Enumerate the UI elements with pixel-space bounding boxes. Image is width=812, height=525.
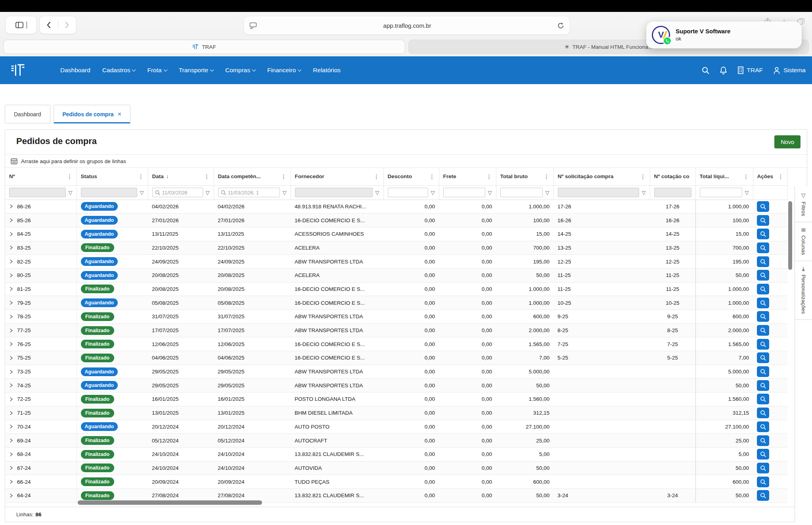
nav-item-transporte[interactable]: Transporte — [179, 67, 213, 74]
filter-input-solicitacao[interactable] — [558, 188, 639, 197]
column-header-data[interactable]: Data↓ ⋮ — [148, 168, 214, 185]
browser-tab-traf[interactable]: TRAF — [3, 40, 405, 54]
search-icon[interactable] — [702, 67, 709, 74]
row-view-button[interactable] — [757, 449, 769, 460]
table-row[interactable]: 69-24Finalizado05/12/202405/12/2024AUTOC… — [5, 434, 787, 448]
table-row[interactable]: 66-24Finalizado20/09/202420/09/2024TUDO … — [5, 475, 787, 489]
row-view-button[interactable] — [757, 421, 769, 432]
column-menu-icon[interactable]: ⋮ — [138, 173, 144, 180]
tab-dashboard[interactable]: Dashboard — [5, 105, 50, 123]
column-menu-icon[interactable]: ⋮ — [429, 173, 435, 180]
table-row[interactable]: 73-25Aguardando29/05/202529/05/2025ABW T… — [5, 365, 787, 379]
filter-input-cotacao[interactable] — [654, 188, 691, 197]
table-row[interactable]: 78-25Finalizado31/07/202531/07/2025ABW T… — [5, 310, 787, 324]
filter-funnel-icon[interactable]: ▽ — [431, 190, 435, 196]
nav-item-dashboard[interactable]: Dashboard — [60, 67, 90, 74]
filter-funnel-icon[interactable]: ▽ — [745, 190, 749, 196]
column-header-status[interactable]: Status ⋮ — [77, 168, 148, 185]
column-header-acoes[interactable]: Ações ⋮ — [753, 168, 787, 185]
row-expand-chevron[interactable] — [9, 411, 13, 415]
column-header-solicitacao[interactable]: Nº solicitação compra ⋮ — [553, 168, 650, 185]
column-menu-icon[interactable]: ⋮ — [694, 173, 695, 180]
row-view-button[interactable] — [757, 201, 769, 212]
row-view-button[interactable] — [757, 435, 769, 446]
nav-item-relatorios[interactable]: Relatórios — [313, 67, 341, 74]
side-tab-personalizacoes[interactable]: ⇥ Personalizações — [795, 261, 812, 320]
filter-funnel-icon[interactable]: ▽ — [140, 190, 144, 196]
bell-icon[interactable] — [720, 66, 727, 75]
column-header-total_liq[interactable]: Total líqui... ⋮ — [695, 168, 753, 185]
column-menu-icon[interactable]: ⋮ — [204, 173, 210, 180]
row-expand-chevron[interactable] — [9, 259, 13, 264]
nav-item-compras[interactable]: Compras — [225, 67, 255, 74]
row-view-button[interactable] — [757, 256, 769, 267]
row-view-button[interactable] — [757, 298, 769, 308]
column-header-data_comp[interactable]: Data competên... ⋮ — [214, 168, 291, 185]
tab-pedidos-de-compra[interactable]: Pedidos de compra × — [54, 105, 131, 123]
column-menu-icon[interactable]: ⋮ — [743, 173, 749, 180]
row-expand-chevron[interactable] — [9, 314, 13, 319]
table-row[interactable]: 86-26Aguardando04/02/202604/02/202648.91… — [5, 200, 787, 213]
row-expand-chevron[interactable] — [9, 397, 13, 402]
row-expand-chevron[interactable] — [9, 342, 13, 346]
row-expand-chevron[interactable] — [9, 424, 13, 429]
back-button[interactable] — [40, 21, 58, 29]
table-row[interactable]: 82-25Aguardando24/09/202524/09/2025ABW T… — [5, 255, 787, 269]
table-row[interactable]: 85-26Aguardando27/01/202627/01/202616-DE… — [5, 213, 787, 227]
filter-funnel-icon[interactable]: ▽ — [488, 190, 492, 196]
column-header-fornecedor[interactable]: Fornecedor ⋮ — [291, 168, 383, 185]
filter-funnel-icon[interactable]: ▽ — [283, 190, 287, 196]
user-menu[interactable]: Sistema — [773, 67, 806, 74]
row-expand-chevron[interactable] — [9, 328, 13, 333]
close-tab-icon[interactable]: × — [118, 111, 121, 118]
row-expand-chevron[interactable] — [9, 383, 13, 388]
row-view-button[interactable] — [757, 339, 769, 350]
row-expand-chevron[interactable] — [9, 493, 13, 498]
column-header-frete[interactable]: Frete ⋮ — [439, 168, 496, 185]
group-by-bar[interactable]: Arraste aqui para definir os grupos de l… — [5, 154, 807, 168]
row-view-button[interactable] — [757, 380, 769, 391]
novo-button[interactable]: Novo — [774, 135, 801, 148]
column-header-desconto[interactable]: Desconto ⋮ — [383, 168, 439, 185]
row-view-button[interactable] — [757, 215, 769, 226]
row-view-button[interactable] — [757, 352, 769, 363]
traf-logo[interactable] — [10, 63, 25, 78]
row-view-button[interactable] — [757, 325, 769, 336]
nav-item-frota[interactable]: Frota — [147, 67, 167, 74]
side-tab-colunas[interactable]: ≣ Colunas — [795, 222, 812, 261]
filter-input-data[interactable]: 11/03/2026 — [152, 188, 203, 197]
table-row[interactable]: 67-24Finalizado24/10/202424/10/2024AUTOV… — [5, 461, 787, 475]
row-view-button[interactable] — [757, 463, 769, 473]
filter-funnel-icon[interactable]: ▽ — [375, 190, 379, 196]
row-view-button[interactable] — [757, 394, 769, 404]
column-menu-icon[interactable]: ⋮ — [640, 173, 646, 180]
refresh-icon[interactable] — [557, 22, 564, 29]
row-expand-chevron[interactable] — [9, 287, 13, 291]
table-row[interactable]: 79-25Aguardando05/08/202505/08/202516-DE… — [5, 296, 787, 310]
filter-funnel-icon[interactable]: ▽ — [69, 190, 73, 196]
filter-input-status[interactable] — [81, 188, 137, 197]
table-row[interactable]: 72-25Finalizado16/01/202516/01/2025POSTO… — [5, 392, 787, 406]
row-expand-chevron[interactable] — [9, 369, 13, 374]
row-expand-chevron[interactable] — [9, 452, 13, 457]
table-row[interactable]: 84-25Aguardando13/11/202513/11/2025ACESS… — [5, 227, 787, 241]
row-view-button[interactable] — [757, 229, 769, 239]
table-row[interactable]: 68-24Finalizado24/10/202424/10/202413.83… — [5, 447, 787, 461]
row-view-button[interactable] — [757, 311, 769, 322]
table-row[interactable]: 76-25Finalizado12/06/202512/06/202516-DE… — [5, 337, 787, 351]
row-expand-chevron[interactable] — [9, 273, 13, 278]
column-header-numero[interactable]: Nº ⋮ — [5, 168, 77, 185]
filter-input-data_comp[interactable]: 11/03/2026, 1 — [218, 188, 280, 197]
column-menu-icon[interactable]: ⋮ — [281, 173, 287, 180]
filter-funnel-icon[interactable]: ▽ — [546, 190, 550, 196]
table-row[interactable]: 75-25Finalizado04/06/202504/06/202516-DE… — [5, 351, 787, 365]
company-switcher[interactable]: TRAF — [737, 66, 763, 74]
row-expand-chevron[interactable] — [9, 465, 13, 470]
page-settings-icon[interactable] — [249, 22, 257, 29]
filter-input-frete[interactable] — [443, 188, 485, 197]
column-menu-icon[interactable]: ⋮ — [778, 173, 783, 180]
row-expand-chevron[interactable] — [9, 204, 13, 209]
row-view-button[interactable] — [757, 490, 769, 501]
row-view-button[interactable] — [757, 366, 769, 377]
column-header-cotacao[interactable]: Nº cotação co ⋮ — [650, 168, 695, 185]
